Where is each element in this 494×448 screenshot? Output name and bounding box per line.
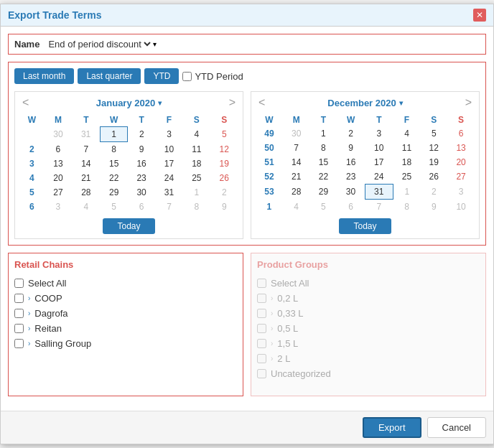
retail-chain-salling-expand[interactable]: › [28, 340, 30, 347]
product-group-item-02l: › 0,2 L [257, 291, 480, 306]
table-row: 30 31 1 2 3 4 5 [19, 127, 238, 142]
product-group-uncategorized-checkbox [257, 369, 266, 378]
product-group-033l-checkbox [257, 309, 266, 318]
cal-r-header-s1: S [420, 113, 447, 126]
cal-header-w: W [19, 113, 45, 127]
product-group-02l-checkbox [257, 294, 266, 303]
product-group-item-2l: › 2 L [257, 351, 480, 366]
retail-chain-item-reitan: › Reitan [14, 321, 237, 336]
export-button[interactable]: Export [363, 417, 421, 438]
cal-right-header: < December 2020 ▾ > [256, 96, 475, 109]
cal-left-header: < January 2020 ▾ > [19, 96, 238, 109]
last-quarter-button[interactable]: Last quarter [78, 68, 141, 84]
table-row: 5 27 28 29 30 31 1 2 [19, 185, 238, 200]
product-group-item-15l: › 1,5 L [257, 336, 480, 351]
table-row: 52 21 22 23 24 25 26 27 [256, 169, 475, 185]
retail-chain-reitan-checkbox[interactable] [14, 324, 24, 333]
cal-r-header-t1: T [310, 113, 337, 126]
cal-right-next[interactable]: > [462, 96, 475, 109]
retail-chain-reitan-expand[interactable]: › [28, 325, 30, 332]
cal-r-header-w2: W [337, 113, 365, 126]
product-group-2l-expand: › [271, 355, 273, 363]
cal-r-header-s2: S [447, 113, 475, 126]
cal-left-today-button[interactable]: Today [103, 218, 154, 234]
cal-right-prev[interactable]: < [256, 96, 268, 109]
product-group-item-uncategorized: Uncategorized [257, 366, 480, 381]
product-groups-title: Product Groups [257, 259, 480, 270]
cal-header-s2: S [210, 113, 238, 127]
cal-right-dropdown-icon: ▾ [399, 99, 403, 107]
retail-chain-dagrofa-checkbox[interactable] [14, 309, 24, 318]
table-row: 53 28 29 30 31 1 2 3 [256, 185, 475, 200]
retail-chain-salling-checkbox[interactable] [14, 339, 24, 348]
cal-r-header-f: F [393, 113, 421, 126]
retail-chain-dagrofa-expand[interactable]: › [28, 309, 30, 317]
export-trade-terms-dialog: Export Trade Terms ✕ Name End of period … [0, 4, 494, 444]
cal-header-m: M [45, 113, 72, 127]
table-row: 4 20 21 22 23 24 25 26 [19, 171, 238, 185]
cal-left-today-row: Today [19, 218, 238, 234]
dialog-header: Export Trade Terms ✕ [1, 4, 493, 27]
product-group-item-05l: › 0,5 L [257, 321, 480, 336]
product-group-item-033l: › 0,33 L [257, 306, 480, 321]
cal-right-grid: W M T W T F S S [256, 113, 475, 214]
product-group-05l-checkbox [257, 324, 266, 333]
dialog-title: Export Trade Terms [8, 9, 101, 21]
product-groups-select-all-checkbox [257, 279, 266, 288]
table-row: 6 3 4 5 6 7 8 9 [19, 200, 238, 214]
calendar-left: < January 2020 ▾ > W M T [14, 91, 243, 239]
cal-right-today-button[interactable]: Today [339, 218, 391, 234]
product-group-15l-expand: › [271, 340, 273, 347]
table-row: 3 13 14 15 16 17 18 19 [19, 157, 238, 171]
name-label: Name [14, 39, 39, 50]
table-row: 50 7 8 9 10 11 12 13 [256, 141, 475, 155]
cal-left-grid: W M T W T F S S [19, 113, 238, 214]
product-group-05l-expand: › [271, 325, 273, 332]
product-groups-section: Product Groups Select All › 0,2 L › 0,33… [251, 253, 486, 396]
name-row: Name End of period discount Volume disco… [8, 34, 486, 55]
cal-header-t2: T [128, 113, 155, 127]
cal-left-next[interactable]: > [226, 96, 238, 109]
dialog-body: Name End of period discount Volume disco… [1, 27, 493, 411]
ytd-button[interactable]: YTD [144, 68, 179, 84]
period-section: Last month Last quarter YTD YTD Period <… [8, 62, 486, 246]
ytd-period-label: YTD Period [182, 71, 243, 82]
name-dropdown-icon: ▾ [153, 40, 157, 48]
calendar-right: < December 2020 ▾ > W M T [251, 91, 480, 239]
retail-chains-select-all-checkbox[interactable] [14, 279, 24, 288]
retail-chain-coop-checkbox[interactable] [14, 294, 24, 303]
retail-chain-item-coop: › COOP [14, 291, 237, 306]
cal-header-w2: W [100, 113, 127, 127]
close-button[interactable]: ✕ [473, 9, 486, 22]
table-row: 51 14 15 16 17 18 19 20 [256, 155, 475, 169]
retail-chain-item-dagrofa: › Dagrofa [14, 306, 237, 321]
product-groups-select-all: Select All [257, 276, 480, 291]
cal-left-prev[interactable]: < [19, 96, 32, 109]
cancel-button[interactable]: Cancel [427, 417, 486, 438]
product-group-15l-checkbox [257, 339, 266, 348]
cal-left-dropdown-icon: ▾ [158, 99, 162, 107]
table-row: 49 30 1 2 3 4 5 6 [256, 126, 475, 141]
cal-right-today-row: Today [256, 218, 475, 234]
product-group-02l-expand: › [271, 294, 273, 302]
retail-chains-select-all: Select All [14, 276, 237, 291]
period-buttons: Last month Last quarter YTD YTD Period [14, 68, 480, 84]
cal-header-s1: S [183, 113, 210, 127]
table-row: 1 4 5 6 7 8 9 10 [256, 200, 475, 215]
retail-chain-coop-expand[interactable]: › [28, 294, 30, 302]
retail-chain-item-salling: › Salling Group [14, 336, 237, 351]
ytd-period-checkbox[interactable] [182, 72, 192, 81]
cal-header-f: F [155, 113, 182, 127]
cal-r-header-t2: T [365, 113, 393, 126]
cal-left-month-year: January 2020 ▾ [96, 98, 162, 108]
table-row: 2 6 7 8 9 10 11 12 [19, 142, 238, 157]
cal-r-header-m: M [283, 113, 310, 126]
retail-chains-section: Retail Chains Select All › COOP › Dagrof… [8, 253, 243, 396]
cal-right-month-year: December 2020 ▾ [327, 98, 402, 108]
cal-header-t1: T [72, 113, 100, 127]
name-select[interactable]: End of period discount Volume discount S… [45, 38, 153, 50]
calendars-row: < January 2020 ▾ > W M T [14, 91, 480, 239]
last-month-button[interactable]: Last month [14, 68, 74, 84]
product-group-2l-checkbox [257, 354, 266, 363]
cal-r-header-w: W [256, 113, 283, 126]
